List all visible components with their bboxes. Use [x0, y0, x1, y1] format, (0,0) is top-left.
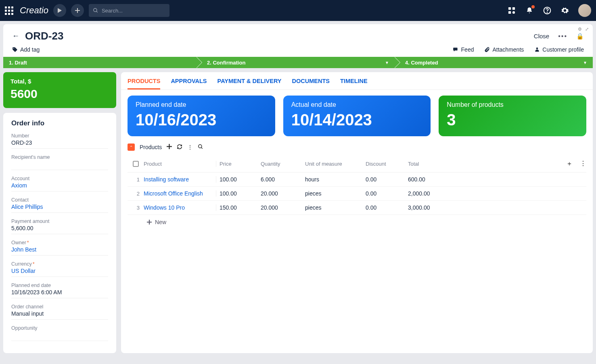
panel-gear-icon[interactable]: ⚙: [578, 27, 582, 32]
lock-icon[interactable]: 🔒: [576, 33, 584, 40]
topbar: Creatio Search...: [0, 0, 596, 21]
add-button[interactable]: [71, 4, 84, 17]
product-link[interactable]: Microsoft Office English: [144, 190, 203, 197]
notifications-icon[interactable]: [525, 6, 534, 15]
collapse-section-button[interactable]: ⌃: [128, 144, 135, 151]
th-price[interactable]: Price: [216, 161, 261, 167]
add-tag-button[interactable]: Add tag: [12, 46, 40, 53]
svg-rect-5: [512, 7, 515, 10]
svg-rect-6: [508, 11, 511, 14]
th-discount[interactable]: Discount: [366, 161, 408, 167]
expand-icon[interactable]: ⤢: [585, 27, 589, 32]
table-row[interactable]: 3Windows 10 Pro150.0020.000pieces0.003,0…: [128, 201, 586, 215]
stage-2[interactable]: 2. Confirmation▼: [197, 57, 395, 68]
new-row-label: New: [155, 219, 166, 225]
svg-rect-4: [508, 7, 511, 10]
field-planned-end-date[interactable]: Planned end date10/16/2023 6:00 AM: [11, 283, 108, 298]
svg-point-13: [199, 145, 202, 148]
tab-timeline[interactable]: TIMELINE: [340, 78, 368, 89]
total-card: Total, $ 5600: [3, 72, 116, 108]
tab-payment-delivery[interactable]: PAYMENT & DELIVERY: [217, 78, 282, 89]
svg-point-10: [536, 48, 538, 50]
stage-bar: 1. Draft2. Confirmation▼4. Completed▼: [3, 57, 593, 68]
svg-point-7: [512, 11, 515, 14]
svg-line-3: [96, 11, 98, 12]
field-account[interactable]: AccountAxiom: [11, 176, 108, 191]
table-row[interactable]: 2Microsoft Office English100.0020.000pie…: [128, 187, 586, 201]
notification-dot: [531, 5, 535, 8]
products-table: Product Price Quantity Unit of measure D…: [128, 156, 586, 225]
section-search-icon[interactable]: [198, 144, 203, 150]
stage-1[interactable]: 1. Draft: [3, 57, 197, 68]
total-value: 5600: [10, 87, 109, 101]
marketplace-icon[interactable]: [507, 6, 516, 15]
product-link[interactable]: Windows 10 Pro: [144, 204, 185, 211]
table-settings-icon[interactable]: ⋮: [580, 160, 586, 168]
apps-icon[interactable]: [5, 6, 13, 15]
metric-2: Number of products3: [439, 96, 586, 136]
play-button[interactable]: [53, 4, 66, 17]
field-recipient-s-name[interactable]: Recipient's name: [11, 154, 108, 170]
svg-point-2: [94, 8, 97, 12]
page-title: ORD-23: [25, 30, 63, 42]
products-section-title: Products: [140, 144, 162, 150]
section-more-icon[interactable]: ⋮: [187, 144, 193, 150]
svg-point-9: [547, 12, 548, 13]
search-placeholder: Search...: [102, 8, 123, 14]
th-product[interactable]: Product: [144, 161, 216, 167]
tab-documents[interactable]: DOCUMENTS: [292, 78, 330, 89]
order-info-card: Order info NumberORD-23Recipient's nameA…: [3, 113, 116, 353]
chevron-down-icon: ▼: [385, 60, 389, 65]
field-order-channel[interactable]: Order channelManual input: [11, 304, 108, 320]
add-product-icon[interactable]: [167, 144, 172, 150]
feed-link[interactable]: Feed: [452, 46, 474, 53]
back-arrow-icon[interactable]: ←: [12, 32, 19, 40]
user-avatar[interactable]: [578, 4, 591, 17]
svg-line-14: [201, 148, 203, 149]
attachments-link[interactable]: Attachments: [484, 46, 524, 53]
add-tag-label: Add tag: [20, 46, 40, 53]
customer-profile-link[interactable]: Customer profile: [534, 46, 584, 53]
th-quantity[interactable]: Quantity: [261, 161, 305, 167]
th-total[interactable]: Total: [408, 161, 456, 167]
table-row[interactable]: 1Installing software100.006.000hours0.00…: [128, 173, 586, 187]
metric-0: Planned end date10/16/2023: [128, 96, 275, 136]
field-owner[interactable]: Owner*John Best: [11, 240, 108, 256]
tab-products[interactable]: PRODUCTS: [128, 78, 160, 89]
tab-approvals[interactable]: APPROVALS: [171, 78, 207, 89]
field-number[interactable]: NumberORD-23: [11, 133, 108, 149]
search-input[interactable]: Search...: [89, 4, 169, 17]
main-panel: PRODUCTSAPPROVALSPAYMENT & DELIVERYDOCUM…: [121, 72, 593, 353]
help-icon[interactable]: [543, 6, 552, 15]
settings-icon[interactable]: [560, 6, 569, 15]
new-row-button[interactable]: New: [128, 215, 586, 225]
close-button[interactable]: Close: [534, 33, 549, 40]
select-all-checkbox[interactable]: [128, 161, 144, 167]
metric-1: Actual end date10/14/2023: [283, 96, 431, 136]
field-contact[interactable]: ContactAlice Phillips: [11, 197, 108, 213]
more-actions-icon[interactable]: •••: [558, 33, 567, 40]
chevron-down-icon: ▼: [583, 60, 587, 65]
th-uom[interactable]: Unit of measure: [305, 161, 366, 167]
product-link[interactable]: Installing software: [144, 176, 189, 183]
order-info-title: Order info: [11, 119, 108, 127]
refresh-icon[interactable]: [177, 144, 182, 150]
logo: Creatio: [20, 5, 48, 16]
table-add-column-icon[interactable]: ＋: [566, 160, 573, 168]
field-payment-amount[interactable]: Payment amount5,600.00: [11, 218, 108, 234]
stage-3[interactable]: 4. Completed▼: [395, 57, 593, 68]
total-label: Total, $: [10, 78, 109, 85]
field-opportunity[interactable]: Opportunity: [11, 325, 108, 341]
field-currency[interactable]: Currency*US Dollar: [11, 261, 108, 277]
page-header-card: ⚙ ⤢ ← ORD-23 Close ••• 🔒 Add tag Feed At…: [3, 24, 593, 57]
